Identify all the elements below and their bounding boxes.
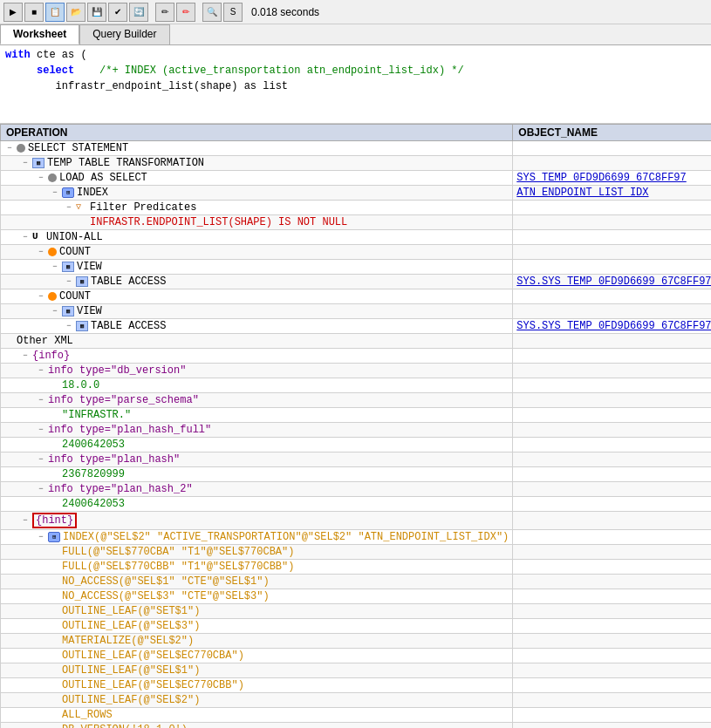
op-text: SELECT STATEMENT — [28, 142, 128, 154]
xml-attr-text: info type="plan_hash_2" — [48, 483, 193, 495]
expand-icon[interactable]: − — [36, 484, 46, 494]
expand-icon[interactable]: − — [36, 454, 46, 465]
expand-icon[interactable]: − — [50, 306, 60, 316]
expand-icon[interactable]: − — [20, 232, 31, 242]
cell-object-name — [513, 408, 711, 423]
edit1-button[interactable]: ✏ — [155, 3, 174, 22]
cell-operation: OUTLINE_LEAF(@"SEL$EC770CBB") — [1, 678, 513, 693]
expand-icon[interactable]: − — [64, 202, 74, 213]
object-link[interactable]: SYS.SYS_TEMP_0FD9D6699_67C8FF97 — [516, 320, 711, 332]
hint-tag: {hint} — [32, 513, 77, 528]
union-icon: U — [32, 231, 44, 243]
object-link[interactable]: ATN_ENDPOINT_LIST_IDX — [516, 187, 648, 199]
cell-operation: −{info} — [1, 349, 513, 364]
hint-item-text: FULL(@"SEL$770CBB" "T1"@"SEL$770CBB") — [62, 561, 294, 573]
sep-button — [197, 3, 201, 22]
expand-icon[interactable]: − — [36, 532, 46, 542]
col-operation: OPERATION — [1, 125, 513, 141]
op-text: COUNT — [59, 246, 91, 258]
expand-icon[interactable]: − — [50, 187, 60, 198]
cell-operation: OUTLINE_LEAF(@"SEL$EC770CBA") — [1, 649, 513, 663]
search-button[interactable]: 🔍 — [202, 3, 222, 22]
cell-object-name — [513, 438, 711, 452]
cell-operation: Other XML — [1, 334, 513, 349]
expand-icon[interactable]: − — [20, 515, 31, 526]
cell-object-name — [513, 634, 711, 649]
sql-select-indent — [5, 65, 31, 77]
edit2-button[interactable]: ✏ — [176, 3, 195, 22]
table-row: Other XML — [1, 334, 712, 349]
expand-icon[interactable]: − — [50, 262, 60, 272]
cell-operation: −COUNT — [1, 245, 513, 260]
cell-operation: −⊞INDEX — [1, 186, 513, 201]
cell-object-name: SYS.SYS_TEMP_0FD9D6699_67C8FF97 — [513, 275, 711, 289]
table-row: −▦TEMP TABLE TRANSFORMATION — [1, 156, 712, 171]
cell-object-name — [513, 349, 711, 364]
cell-operation: OUTLINE_LEAF(@"SEL$2") — [1, 693, 513, 708]
table-row: FULL(@"SEL$770CBA" "T1"@"SEL$770CBA") — [1, 545, 712, 560]
refresh-button[interactable]: 🔄 — [129, 3, 148, 22]
table-body: −SELECT STATEMENT2906877−▦TEMP TABLE TRA… — [1, 141, 712, 729]
table-row: 2400642053 — [1, 438, 712, 452]
expand-icon[interactable]: − — [36, 247, 46, 257]
copy-sql-button[interactable]: 📋 — [45, 3, 65, 22]
xml-attr-text: info type="plan_hash" — [48, 453, 180, 466]
toolbar: ▶ ■ 📋 📂 💾 ✔ 🔄 ✏ ✏ 🔍 S 0.018 seconds — [0, 0, 711, 24]
sql-line2: select /*+ INDEX (active_transportation … — [5, 63, 706, 78]
spacer-icon — [50, 710, 60, 720]
cell-object-name — [513, 141, 711, 156]
spacer-icon — [4, 336, 15, 346]
stop-button[interactable]: ■ — [24, 3, 44, 22]
object-link[interactable]: SYS_TEMP_0FD9D6699_67C8FF97 — [516, 172, 686, 184]
xml-val-text: "INFRASTR." — [62, 409, 131, 421]
expand-icon[interactable]: − — [20, 158, 31, 168]
circle-gray-icon — [48, 173, 57, 182]
table-row: NO_ACCESS(@"SEL$1" "CTE"@"SEL$1") — [1, 575, 712, 589]
play-button[interactable]: ▶ — [3, 3, 23, 22]
sql-button[interactable]: S — [223, 3, 243, 22]
table-row: OUTLINE_LEAF(@"SEL$2") — [1, 693, 712, 708]
object-link[interactable]: SYS.SYS_TEMP_0FD9D6699_67C8FF97 — [516, 276, 711, 288]
tab-worksheet[interactable]: Worksheet — [0, 24, 79, 44]
table-row: −info type="db_version" — [1, 364, 712, 378]
table-row: −▽Filter Predicates — [1, 201, 712, 215]
cell-operation: DB_VERSION('18.1.0') — [1, 723, 513, 728]
spacer-icon — [50, 606, 60, 616]
cell-operation: −▦TEMP TABLE TRANSFORMATION — [1, 156, 513, 171]
circle-orange-icon — [48, 248, 57, 256]
cell-object-name — [513, 245, 711, 260]
cell-object-name — [513, 260, 711, 275]
expand-icon[interactable]: − — [36, 365, 46, 376]
open-button[interactable]: 📂 — [66, 3, 85, 22]
table-row: 2367820999 — [1, 467, 712, 482]
table-icon: ▦ — [62, 262, 74, 272]
expand-icon[interactable]: − — [20, 350, 31, 361]
cell-object-name — [513, 452, 711, 467]
expand-icon[interactable]: − — [4, 143, 15, 153]
table-row: −{info} — [1, 349, 712, 364]
tab-query-builder[interactable]: Query Builder — [79, 24, 169, 44]
table-row: −⊞INDEXATN_ENDPOINT_LIST_IDXFULL SCAN145… — [1, 186, 712, 201]
expand-icon[interactable]: − — [64, 321, 74, 331]
expand-icon[interactable]: − — [64, 276, 74, 287]
sql-keyword-with: with — [5, 49, 31, 61]
save-button[interactable]: 💾 — [87, 3, 106, 22]
cell-operation: 2367820999 — [1, 467, 513, 482]
check-button[interactable]: ✔ — [108, 3, 127, 22]
expand-icon[interactable]: − — [36, 395, 46, 405]
table-row: 2400642053 — [1, 497, 712, 512]
cell-object-name — [513, 482, 711, 497]
hint-item-text: OUTLINE_LEAF(@"SEL$EC770CBB") — [62, 679, 244, 691]
hint-item-text: NO_ACCESS(@"SEL$1" "CTE"@"SEL$1") — [62, 575, 270, 588]
cell-object-name — [513, 423, 711, 438]
cell-object-name — [513, 560, 711, 575]
cell-object-name — [513, 289, 711, 304]
expand-icon[interactable]: − — [36, 173, 46, 183]
expand-icon[interactable]: − — [36, 291, 46, 302]
filter-icon: ▽ — [76, 201, 88, 214]
sql-line3-content: infrastr_endpoint_list(shape) as list — [5, 80, 288, 92]
expand-icon[interactable]: − — [36, 425, 46, 435]
table-row: NO_ACCESS(@"SEL$3" "CTE"@"SEL$3") — [1, 589, 712, 604]
table-row: −UUNION-ALL — [1, 230, 712, 245]
cell-operation: −info type="plan_hash_full" — [1, 423, 513, 438]
